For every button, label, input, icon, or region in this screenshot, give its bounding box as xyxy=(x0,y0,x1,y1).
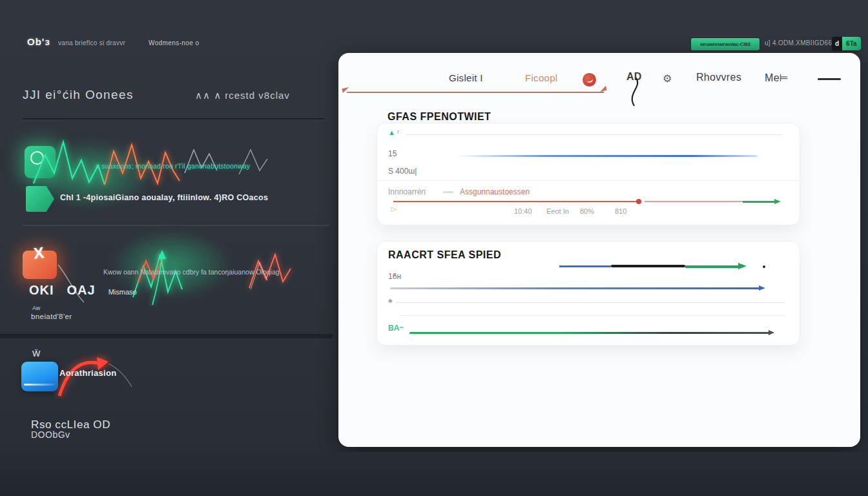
tricolor-blue-segment xyxy=(559,265,611,267)
watchlist-card-2[interactable]: X Kwow oann Natatamvano cdbry fa tancoŋa… xyxy=(0,227,338,333)
sidebar-subtitle: ∧∧ ∧ rcestd v8clav xyxy=(195,90,290,101)
tick-label-4: 810 xyxy=(615,207,626,215)
timeline-green-segment xyxy=(743,201,775,203)
react-card: RAACRT SFEA SPIED 1ϐн ♣ BA~ xyxy=(377,241,800,346)
speed-card-title: GFAS FPENOTWIET xyxy=(388,111,491,123)
row-line xyxy=(377,180,800,181)
underline-right-arrow xyxy=(599,86,606,92)
row3-label: S 400ɯ| xyxy=(388,167,417,176)
card2-overlay-text: Kwow oann Natatamvano cdbry fa tancoŋaiu… xyxy=(103,268,280,276)
logo-text: Ob'ɜ xyxy=(27,36,50,47)
topbar-cta-button[interactable]: wruwnnwrwnlac-CIII3 xyxy=(691,38,760,50)
card3-title: Aorathriasion xyxy=(59,368,116,378)
topbar-account-text: u] 4.ODM.XMBIIGD66 xyxy=(765,39,832,46)
data-badge-left: d xyxy=(832,37,842,50)
timeline-faded-segment xyxy=(645,201,743,202)
watchlist-card-3[interactable]: Ẅ Aorathriasion Rso ccLIea OD DOObGv xyxy=(0,338,338,447)
icon-highlight-line xyxy=(24,384,55,386)
mini-chart-icon: ▲ xyxy=(388,129,395,136)
speed-card: ▲ r 15 S 400ɯ| Innnoarrén Assgunnaustoes… xyxy=(377,123,800,225)
row4-dash xyxy=(443,191,453,193)
react-row1-label: 1ϐн xyxy=(388,272,401,281)
row-line xyxy=(399,315,785,316)
marker-icon: ♣ xyxy=(388,297,393,304)
mini-chart-suffix: r xyxy=(397,129,399,135)
card1-title: Chl 1 -4piosaiGiano aoualay, ftiiinlow. … xyxy=(60,193,268,202)
topbar-menu-left[interactable]: vana brieflco si dravvr xyxy=(58,39,125,46)
tricolor-green-segment xyxy=(685,265,739,268)
tick-label-2: Eeot In xyxy=(546,207,569,215)
card2-title-small: Mismaso xyxy=(108,288,137,296)
row-line xyxy=(406,134,782,135)
card2-subline-1: Aw xyxy=(32,305,40,311)
bottom-shade xyxy=(0,452,868,496)
react-card-title: RAACRT SFEA SPIED xyxy=(388,249,501,261)
card3-footer-line2: DOObGv xyxy=(31,429,70,440)
watchlist-card-1[interactable]: a suaxoons; monnad roo r'l'il ganonabuts… xyxy=(0,126,338,223)
topbar-menu-workspace[interactable]: Wodmens-noe o xyxy=(149,39,199,46)
alert-mark-glyph xyxy=(585,76,593,84)
report-alert-icon[interactable] xyxy=(583,73,596,87)
sidebar-divider xyxy=(23,225,329,226)
react-blue-arrow-line xyxy=(390,287,760,289)
tricolor-dark-segment xyxy=(611,265,685,267)
data-badge-right: 6Ta xyxy=(842,37,861,50)
card2-title-a: OKI xyxy=(29,283,54,298)
active-tab-underline xyxy=(347,92,604,93)
x-mark-icon: X xyxy=(33,243,45,263)
cursor-trail-icon xyxy=(617,75,646,108)
react-green-dark-line xyxy=(409,332,769,334)
tick-label-1: 10:40 xyxy=(514,207,532,215)
tricolor-end-dot xyxy=(763,265,765,268)
card2-subline-2: bneiatd'8'er xyxy=(31,313,72,320)
card1-overlay-text: a suaxoons; monnad roo r'l'il ganonabuts… xyxy=(96,162,250,170)
ticker-blue-icon xyxy=(21,362,58,391)
react-row3-label: BA~ xyxy=(388,324,404,333)
row-line xyxy=(396,302,785,303)
sidebar-section-strip xyxy=(0,334,333,338)
data-badge[interactable]: d 6Ta xyxy=(832,37,861,50)
play-icon[interactable]: ▷ xyxy=(391,205,397,212)
timeline-marker-dot[interactable] xyxy=(636,199,641,204)
row2-progress-line xyxy=(456,155,758,157)
row2-label: 15 xyxy=(388,149,397,158)
tick-label-3: 80% xyxy=(580,207,594,215)
tab-general[interactable]: Gisleit I xyxy=(449,72,483,83)
sidebar-divider xyxy=(23,118,324,119)
nav-item-mel[interactable]: Me⊨ xyxy=(765,72,789,84)
card3-marker: Ẅ xyxy=(32,349,40,358)
app-logo[interactable]: Ob'ɜ xyxy=(27,36,50,48)
sidebar-title: JJI ei°ćih Oonees xyxy=(23,88,134,102)
card2-title-row: OKI OAJ Mismaso xyxy=(29,283,137,298)
nav-item-reviews[interactable]: Rhovvres xyxy=(696,72,741,83)
settings-icon[interactable]: ⚙ xyxy=(663,72,672,85)
timeline-red-segment xyxy=(393,201,639,202)
row4-value: Assgunnaustoessen xyxy=(460,187,530,196)
row4-label: Innnoarrén xyxy=(388,187,426,196)
main-panel: Gisleit I Ficoopl AD ⚙ Rhovvres Me⊨ GFAS… xyxy=(338,53,860,447)
minimize-dash-icon[interactable] xyxy=(818,78,841,80)
tab-report[interactable]: Ficoopl xyxy=(525,72,557,83)
card2-title-b: OAJ xyxy=(67,283,96,298)
app-window: Ob'ɜ vana brieflco si dravvr Wodmens-noe… xyxy=(0,0,868,496)
